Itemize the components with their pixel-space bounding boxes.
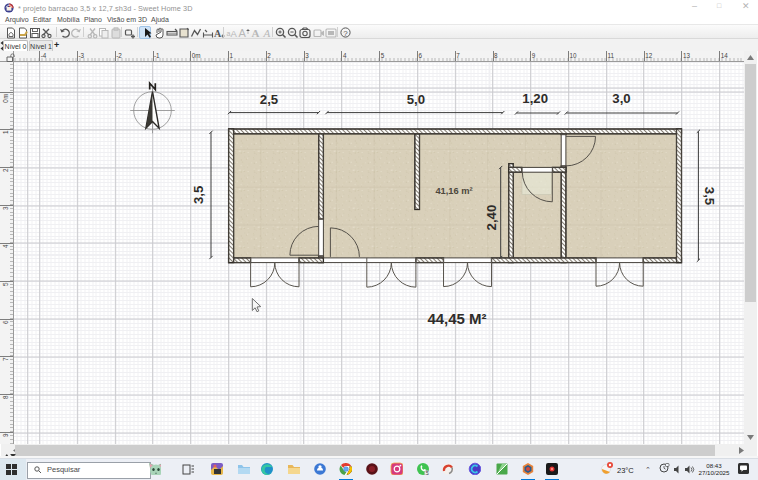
svg-text:44,45 M²: 44,45 M² — [427, 310, 486, 327]
svg-text:1,20: 1,20 — [522, 91, 548, 106]
svg-text:?: ? — [343, 28, 348, 37]
svg-text:A: A — [239, 27, 247, 39]
svg-text:3,5: 3,5 — [702, 187, 717, 205]
svg-text:A: A — [231, 27, 238, 38]
svg-text:2,5: 2,5 — [260, 92, 278, 107]
svg-text:A: A — [214, 27, 222, 38]
svg-text:41,16 m²: 41,16 m² — [435, 186, 472, 196]
svg-text:A: A — [263, 27, 271, 39]
svg-text:3,5: 3,5 — [191, 186, 206, 204]
svg-text:3,0: 3,0 — [612, 91, 630, 106]
svg-text:2,40: 2,40 — [484, 205, 499, 231]
svg-text:5,0: 5,0 — [407, 92, 425, 107]
svg-text:A: A — [252, 27, 260, 39]
